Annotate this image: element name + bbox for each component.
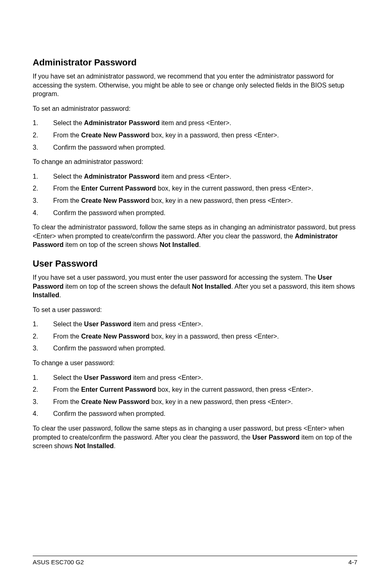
para-text: . [114, 442, 115, 449]
bold-text: User Password [84, 374, 132, 381]
list-text: From the [53, 398, 81, 405]
list-text: item and press <Enter>. [160, 173, 231, 180]
bold-text: Not Installed [192, 283, 231, 290]
bold-text: Not Installed [159, 241, 199, 248]
list-text: box, key in the current password, then p… [156, 386, 313, 393]
para-text: item on top of the screen shows [64, 241, 160, 248]
user-set-intro: To set a user password: [33, 305, 357, 314]
para-text: . [59, 292, 61, 298]
para-text: If you have set a user password, you mus… [33, 274, 318, 281]
list-text: Select the [53, 321, 84, 328]
bold-text: Create New Password [81, 333, 149, 340]
page-footer: ASUS ESC700 G2 4-7 [33, 559, 357, 566]
para-text: item on top of the screen shows the defa… [64, 283, 192, 290]
list-text: From the [53, 333, 81, 340]
list-num: 4. [33, 409, 38, 418]
list-num: 3. [33, 397, 38, 406]
list-text: item and press <Enter>. [131, 321, 203, 328]
list-item: 2.From the Enter Current Password box, k… [33, 385, 357, 394]
list-text: box, key in a new password, then press <… [150, 197, 293, 204]
admin-change-intro: To change an administrator password: [33, 157, 357, 166]
list-num: 1. [33, 172, 38, 181]
list-text: Select the [53, 374, 84, 381]
user-change-intro: To change a user password: [33, 359, 357, 368]
user-password-heading: User Password [33, 258, 357, 269]
bold-text: Installed [33, 292, 59, 298]
list-num: 3. [33, 196, 38, 205]
list-num: 1. [33, 320, 38, 329]
list-num: 1. [33, 373, 38, 382]
bold-text: Not Installed [74, 442, 114, 449]
list-text: box, key in a new password, then press <… [150, 398, 293, 405]
list-item: 2.From the Create New Password box, key … [33, 131, 357, 140]
admin-set-list: 1.Select the Administrator Password item… [33, 119, 357, 152]
user-set-list: 1.Select the User Password item and pres… [33, 320, 357, 353]
list-text: Select the [53, 119, 84, 126]
bold-text: User Password [84, 321, 132, 328]
list-item: 4.Confirm the password when prompted. [33, 209, 357, 218]
admin-set-intro: To set an administrator password: [33, 104, 357, 113]
list-text: box, key in the current password, then p… [156, 185, 313, 192]
user-password-intro: If you have set a user password, you mus… [33, 273, 357, 300]
list-num: 3. [33, 344, 38, 353]
list-item: 1.Select the Administrator Password item… [33, 119, 357, 128]
user-clear-para: To clear the user password, follow the s… [33, 424, 357, 451]
list-text: Confirm the password when prompted. [53, 345, 166, 352]
list-text: From the [53, 386, 81, 393]
bold-text: Create New Password [81, 132, 149, 139]
list-text: From the [53, 197, 81, 204]
list-item: 2.From the Create New Password box, key … [33, 332, 357, 341]
footer-divider [33, 556, 357, 556]
bold-text: Create New Password [81, 197, 149, 204]
admin-clear-para: To clear the administrator password, fol… [33, 223, 357, 249]
list-item: 3.Confirm the password when prompted. [33, 143, 357, 152]
footer-left: ASUS ESC700 G2 [33, 559, 84, 566]
list-item: 3.Confirm the password when prompted. [33, 344, 357, 353]
user-change-list: 1.Select the User Password item and pres… [33, 373, 357, 418]
list-item: 3.From the Create New Password box, key … [33, 196, 357, 205]
list-item: 1.Select the User Password item and pres… [33, 373, 357, 382]
list-text: From the [53, 132, 81, 139]
list-item: 4.Confirm the password when prompted. [33, 409, 357, 418]
list-num: 2. [33, 385, 38, 394]
list-text: From the [53, 185, 81, 192]
bold-text: User Password [252, 434, 300, 441]
bold-text: Enter Current Password [81, 386, 156, 393]
list-text: item and press <Enter>. [160, 119, 231, 126]
bold-text: Create New Password [81, 398, 149, 405]
list-item: 1.Select the User Password item and pres… [33, 320, 357, 329]
list-item: 3.From the Create New Password box, key … [33, 397, 357, 406]
list-item: 2.From the Enter Current Password box, k… [33, 184, 357, 193]
list-text: Confirm the password when prompted. [53, 144, 166, 151]
bold-text: Enter Current Password [81, 185, 156, 192]
admin-change-list: 1.Select the Administrator Password item… [33, 172, 357, 217]
list-num: 1. [33, 119, 38, 128]
footer-right: 4-7 [348, 559, 357, 566]
list-num: 2. [33, 332, 38, 341]
para-text: . [199, 241, 200, 248]
list-num: 2. [33, 184, 38, 193]
bold-text: Administrator Password [84, 173, 160, 180]
list-text: box, key in a password, then press <Ente… [150, 333, 279, 340]
list-num: 3. [33, 143, 38, 152]
list-text: item and press <Enter>. [131, 374, 203, 381]
list-num: 4. [33, 209, 38, 218]
admin-password-heading: Administrator Password [33, 57, 357, 68]
list-text: box, key in a password, then press <Ente… [150, 132, 279, 139]
list-num: 2. [33, 131, 38, 140]
list-text: Confirm the password when prompted. [53, 410, 166, 417]
para-text: . After you set a password, this item sh… [231, 283, 355, 290]
list-item: 1.Select the Administrator Password item… [33, 172, 357, 181]
admin-password-intro: If you have set an administrator passwor… [33, 72, 357, 99]
list-text: Confirm the password when prompted. [53, 209, 166, 216]
list-text: Select the [53, 173, 84, 180]
bold-text: Administrator Password [84, 119, 160, 126]
